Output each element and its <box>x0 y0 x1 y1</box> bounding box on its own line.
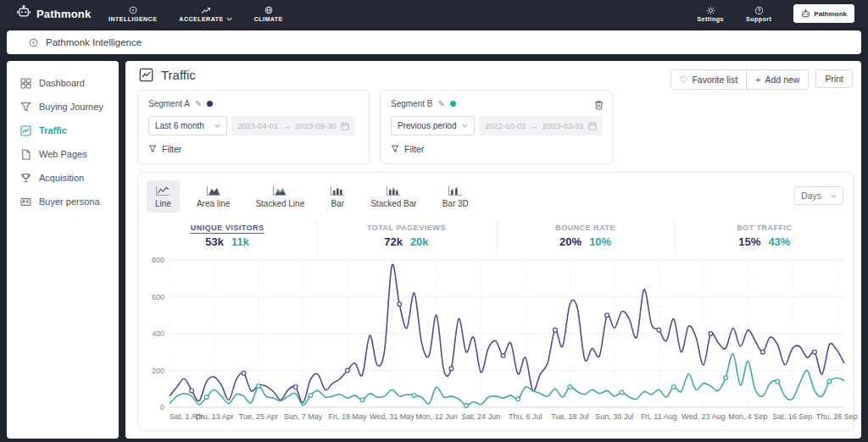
pathmonk-intelligence-icon <box>29 38 38 47</box>
svg-text:Sun, 7 May: Sun, 7 May <box>284 412 323 421</box>
sidebar-item-buying-journey[interactable]: Buying Journey <box>7 95 119 119</box>
page-header: Traffic <box>139 68 196 82</box>
metric-bot-traffic[interactable]: BOT TRAFFIC 15% 43% <box>675 220 854 253</box>
segment-b-period-value: Previous period <box>398 121 456 130</box>
metric-total-pageviews[interactable]: TOTAL PAGEVIEWS 72k 20k <box>316 220 495 253</box>
account-button-label: Pathmonk <box>814 10 847 18</box>
svg-text:800: 800 <box>152 256 164 264</box>
granularity-select[interactable]: Days <box>794 186 843 205</box>
svg-text:Sat, 24 Jun: Sat, 24 Jun <box>462 412 501 421</box>
traffic-chart-icon <box>20 125 31 136</box>
brand[interactable]: Pathmonk <box>0 5 102 22</box>
filter-funnel-icon <box>148 145 157 153</box>
sidebar-item-traffic[interactable]: Traffic <box>7 119 119 142</box>
segment-a-date-range[interactable]: 2023-04-01 → 2023-09-30 <box>231 116 355 135</box>
sidebar-item-label: Buyer persona <box>39 196 100 207</box>
segment-b-period-select[interactable]: Previous period <box>391 116 475 135</box>
support-label: Support <box>746 16 771 22</box>
nav-accelerate[interactable]: ACCELERATE <box>179 6 231 22</box>
support-button[interactable]: Support <box>746 6 771 22</box>
segment-a-color-dot <box>207 101 213 107</box>
traffic-page-icon <box>139 68 153 82</box>
sidebar-item-label: Acquisition <box>39 173 84 183</box>
segment-a-card: Segment A ✎ Last 6 month 2023-04-01 → 20… <box>137 90 370 164</box>
tab-label: Stacked Bar <box>370 199 416 208</box>
tab-bar-3d[interactable]: Bar 3D <box>434 180 477 213</box>
area-chart-icon <box>206 185 221 196</box>
topbar-right: Settings Support <box>697 4 868 23</box>
sidebar: Dashboard Buying Journey Traffic <box>7 61 119 439</box>
settings-label: Settings <box>697 16 724 22</box>
traffic-chart: 0200400600800Sat, 1 AprThu, 13 AprTue, 2… <box>141 253 853 428</box>
segment-a-name: Segment A <box>148 99 190 108</box>
tab-area-line[interactable]: Area line <box>188 180 238 213</box>
svg-text:400: 400 <box>152 329 164 338</box>
filter-funnel-icon <box>391 145 399 153</box>
edit-pencil-icon[interactable]: ✎ <box>437 99 444 108</box>
nav-climate[interactable]: CLIMATE <box>254 6 283 22</box>
svg-text:Tue, 18 Jul: Tue, 18 Jul <box>551 412 588 421</box>
metric-bounce-rate[interactable]: BOUNCE RATE 20% 10% <box>496 220 675 253</box>
tab-label: Bar <box>331 199 344 208</box>
help-icon <box>754 6 764 15</box>
tab-stacked-line[interactable]: Stacked Line <box>247 180 313 213</box>
segment-a-filter-button[interactable]: Filter <box>148 144 359 154</box>
tab-label: Stacked Line <box>255 199 304 208</box>
favorite-list-button[interactable]: ♡ Favorite list <box>671 70 747 89</box>
metric-value-segment-b: 43% <box>768 235 790 248</box>
chart-card: Line Area line <box>137 172 854 431</box>
svg-text:0: 0 <box>160 403 164 412</box>
settings-button[interactable]: Settings <box>697 6 724 22</box>
sidebar-item-acquisition[interactable]: Acquisition <box>7 166 119 190</box>
metric-label: BOT TRAFFIC <box>737 224 793 232</box>
metrics-row: UNIQUE VISITORS 53k 11k TOTAL PAGEVIEWS … <box>138 220 854 253</box>
date-arrow: → <box>531 121 539 130</box>
nav-intelligence[interactable]: INTELLIGENCE <box>108 6 157 22</box>
calendar-icon <box>588 122 597 130</box>
svg-text:Tue, 25 Apr: Tue, 25 Apr <box>239 412 278 421</box>
metric-unique-visitors[interactable]: UNIQUE VISITORS 53k 11k <box>138 220 316 253</box>
chevron-down-icon <box>226 17 232 21</box>
sidebar-item-buyer-persona[interactable]: Buyer persona <box>7 190 119 213</box>
metric-value-segment-b: 20k <box>410 235 429 248</box>
stacked-bar-chart-icon <box>386 185 401 196</box>
segment-a-date-from: 2023-04-01 <box>237 121 279 130</box>
dashboard-icon <box>20 78 31 89</box>
add-new-label: Add new <box>765 75 800 85</box>
tab-line[interactable]: Line <box>147 180 180 213</box>
svg-text:Sun, 30 Jul: Sun, 30 Jul <box>595 412 633 421</box>
metric-value-segment-a: 53k <box>205 235 224 248</box>
bar-3d-chart-icon <box>448 185 463 196</box>
sidebar-item-web-pages[interactable]: Web Pages <box>7 142 119 166</box>
chevron-down-icon <box>462 124 468 128</box>
metric-label: BOUNCE RATE <box>555 224 615 232</box>
chevron-down-icon <box>214 124 220 128</box>
segment-a-period-select[interactable]: Last 6 month <box>148 116 227 135</box>
main-panel: Traffic ♡ Favorite list + Add new Print … <box>125 61 861 439</box>
metric-label: TOTAL PAGEVIEWS <box>367 224 446 232</box>
app-screen: Pathmonk INTELLIGENCE ACCELERATE <box>0 0 868 442</box>
pathmonk-account-button[interactable]: Pathmonk <box>793 4 854 23</box>
svg-text:Wed, 31 May: Wed, 31 May <box>370 412 415 421</box>
granularity-value: Days <box>801 191 821 201</box>
sidebar-item-dashboard[interactable]: Dashboard <box>7 71 119 95</box>
header-actions: ♡ Favorite list + Add new Print <box>670 69 853 90</box>
svg-text:200: 200 <box>152 367 164 375</box>
edit-pencil-icon[interactable]: ✎ <box>195 99 202 108</box>
favorite-addnew-group: ♡ Favorite list + Add new <box>670 69 810 90</box>
tab-label: Area line <box>197 199 230 208</box>
delete-segment-icon[interactable] <box>594 98 604 113</box>
tab-bar[interactable]: Bar <box>321 180 353 213</box>
segment-b-filter-label: Filter <box>404 144 424 154</box>
stacked-area-chart-icon <box>272 185 287 196</box>
print-button[interactable]: Print <box>815 69 853 88</box>
segment-b-date-range[interactable]: 2022-10-01 → 2023-03-31 <box>479 116 603 135</box>
tab-stacked-bar[interactable]: Stacked Bar <box>362 180 425 213</box>
segment-a-filter-label: Filter <box>162 144 181 154</box>
add-new-button[interactable]: + Add new <box>746 70 808 89</box>
print-label: Print <box>825 74 843 84</box>
metric-value-segment-b: 11k <box>231 235 249 248</box>
topbar: Pathmonk INTELLIGENCE ACCELERATE <box>0 0 868 27</box>
svg-text:Thu, 28 Sep: Thu, 28 Sep <box>816 412 858 421</box>
segment-b-filter-button[interactable]: Filter <box>391 144 603 154</box>
